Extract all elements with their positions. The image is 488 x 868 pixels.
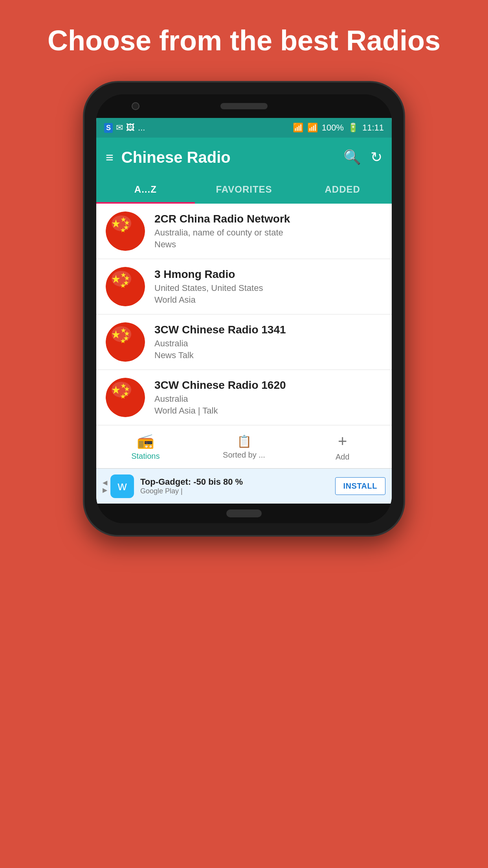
station-name: 3 Hmong Radio xyxy=(154,268,382,281)
tab-added[interactable]: ADDED xyxy=(293,177,392,204)
status-indicators: 📶 📶 100% 🔋 11:11 xyxy=(293,123,384,133)
status-image-icon: 🖼 xyxy=(126,123,135,133)
wifi-icon: 📶 xyxy=(293,123,303,133)
status-s-icon: S xyxy=(104,123,113,133)
station-genre: World Asia xyxy=(154,295,382,305)
station-location: United States, United States xyxy=(154,283,382,293)
ad-arrow-icons: ◀ ▶ xyxy=(103,479,107,494)
sorted-nav-label: Sorted by ... xyxy=(223,451,265,460)
status-mail-icon: ✉ xyxy=(116,123,123,133)
search-icon[interactable]: 🔍 xyxy=(343,149,361,166)
station-flag-icon xyxy=(106,267,145,306)
station-flag-icon xyxy=(106,322,145,362)
menu-icon[interactable]: ≡ xyxy=(106,150,114,165)
radio-station-item[interactable]: 3 Hmong Radio United States, United Stat… xyxy=(96,259,392,314)
station-info: 3 Hmong Radio United States, United Stat… xyxy=(154,268,382,305)
page-headline: Choose from the best Radios xyxy=(24,24,464,57)
phone-speaker xyxy=(220,103,268,109)
radio-station-item[interactable]: 3CW Chinese Radio 1620 Australia World A… xyxy=(96,370,392,425)
svg-point-15 xyxy=(112,271,131,287)
station-name: 3CW Chinese Radio 1341 xyxy=(154,324,382,336)
battery-percent: 100% xyxy=(322,123,344,133)
radio-station-item[interactable]: 3CW Chinese Radio 1341 Australia News Ta… xyxy=(96,314,392,370)
svg-point-7 xyxy=(112,215,131,231)
app-title: Chinese Radio xyxy=(121,149,336,166)
add-nav-icon: + xyxy=(338,432,347,450)
sorted-nav-icon: 📋 xyxy=(237,434,251,448)
ad-title: Top-Gadget: -50 bis 80 % xyxy=(140,477,329,487)
bottom-navigation: 📻 Stations 📋 Sorted by ... + Add xyxy=(96,425,392,468)
time-display: 11:11 xyxy=(362,123,384,133)
toolbar-actions: 🔍 ↻ xyxy=(343,149,382,166)
station-location: Australia xyxy=(154,394,382,404)
station-location: Australia xyxy=(154,338,382,349)
phone-notch xyxy=(96,94,392,118)
phone-camera xyxy=(132,102,139,110)
station-location: Australia, name of county or state xyxy=(154,228,382,238)
radio-station-item[interactable]: 2CR China Radio Network Australia, name … xyxy=(96,204,392,259)
ad-install-button[interactable]: INSTALL xyxy=(335,477,385,495)
status-bar: S ✉ 🖼 ... 📶 📶 100% 🔋 11:11 xyxy=(96,118,392,138)
station-info: 2CR China Radio Network Australia, name … xyxy=(154,213,382,250)
app-screen: S ✉ 🖼 ... 📶 📶 100% 🔋 11:11 ≡ Chinese Rad… xyxy=(96,118,392,504)
status-notifications: S ✉ 🖼 ... xyxy=(104,123,145,133)
signal-icon: 📶 xyxy=(307,123,318,133)
svg-point-23 xyxy=(112,326,131,342)
tab-az[interactable]: A...Z xyxy=(96,177,195,204)
ad-text-content: Top-Gadget: -50 bis 80 % Google Play | xyxy=(140,477,329,495)
station-info: 3CW Chinese Radio 1341 Australia News Ta… xyxy=(154,324,382,360)
phone-device: S ✉ 🖼 ... 📶 📶 100% 🔋 11:11 ≡ Chinese Rad… xyxy=(83,81,405,537)
radio-station-list: 2CR China Radio Network Australia, name … xyxy=(96,204,392,425)
nav-sorted[interactable]: 📋 Sorted by ... xyxy=(195,425,294,468)
station-name: 2CR China Radio Network xyxy=(154,213,382,225)
phone-home-indicator xyxy=(226,509,262,517)
refresh-icon[interactable]: ↻ xyxy=(371,149,382,166)
station-genre: News xyxy=(154,239,382,250)
nav-add[interactable]: + Add xyxy=(293,425,392,468)
station-flag-icon xyxy=(106,211,145,251)
station-flag-icon xyxy=(106,378,145,417)
nav-stations[interactable]: 📻 Stations xyxy=(96,425,195,468)
app-toolbar: ≡ Chinese Radio 🔍 ↻ xyxy=(96,138,392,177)
ad-logo-icon: w xyxy=(110,474,134,498)
station-name: 3CW Chinese Radio 1620 xyxy=(154,379,382,392)
phone-home-button-area xyxy=(96,504,392,523)
ad-banner: ◀ ▶ w Top-Gadget: -50 bis 80 % Google Pl… xyxy=(96,468,392,504)
phone-screen-area: S ✉ 🖼 ... 📶 📶 100% 🔋 11:11 ≡ Chinese Rad… xyxy=(96,94,392,523)
stations-nav-label: Stations xyxy=(131,452,160,461)
station-info: 3CW Chinese Radio 1620 Australia World A… xyxy=(154,379,382,416)
svg-point-31 xyxy=(112,382,131,397)
stations-nav-icon: 📻 xyxy=(137,433,154,449)
add-nav-label: Add xyxy=(336,452,350,462)
station-genre: World Asia | Talk xyxy=(154,406,382,416)
ad-left-section: ◀ ▶ w xyxy=(103,474,134,498)
station-genre: News Talk xyxy=(154,350,382,360)
battery-icon: 🔋 xyxy=(348,123,358,133)
ad-subtitle: Google Play | xyxy=(140,487,329,495)
status-dots: ... xyxy=(138,123,145,133)
tab-bar: A...Z FAVORITES ADDED xyxy=(96,177,392,204)
tab-favorites[interactable]: FAVORITES xyxy=(195,177,294,204)
